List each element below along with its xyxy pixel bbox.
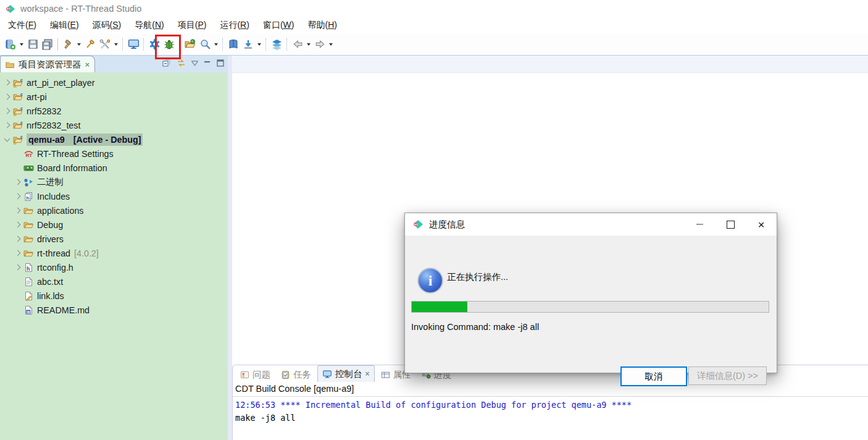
search-icon[interactable] [198,36,212,53]
explorer-header: 项目资源管理器 × [0,56,228,73]
forward-dropdown-icon[interactable] [329,43,333,46]
tab-tasks[interactable]: 任务 [277,367,315,382]
tree-item-board-information[interactable]: Board Information [0,161,228,175]
tree-item-nrf52832[interactable]: c nrf52832 [0,104,228,118]
menu-project[interactable]: 项目(P) [171,19,214,32]
menu-window[interactable]: 窗口(W) [256,19,301,32]
chevron-right-icon[interactable] [15,264,21,271]
tab-project-explorer[interactable]: 项目资源管理器 × [0,56,95,72]
view-menu-icon[interactable] [191,61,198,66]
folder-icon [23,248,34,258]
dialog-status-text: Invoking Command: make -j8 all [411,322,539,332]
c-project-folder-warning-icon: c [13,106,23,116]
version-badge: [4.0.2] [74,248,99,258]
chevron-down-icon[interactable] [4,135,10,142]
dialog-close-button[interactable]: × [746,213,777,235]
close-icon[interactable]: × [365,370,370,378]
tab-console[interactable]: 控制台 × [317,365,375,382]
close-icon[interactable]: × [85,60,90,69]
svg-text:RT: RT [7,7,10,11]
minimize-icon[interactable] [204,60,211,67]
back-arrow-icon[interactable] [290,36,305,53]
tree-item-applications[interactable]: applications [0,203,228,218]
new-wizard-dropdown-icon[interactable] [20,43,23,46]
dialog-maximize-button[interactable] [715,213,746,235]
menu-edit[interactable]: 编辑(E) [43,19,86,32]
chevron-right-icon[interactable] [15,179,21,185]
sdk-layers-icon[interactable] [269,36,284,53]
tree-item-art_pi_net_player[interactable]: c art_pi_net_player [0,75,228,90]
build-dropdown-icon[interactable] [77,43,81,46]
menu-file[interactable]: 文件(F) [1,19,43,32]
tools-dropdown-icon[interactable] [114,43,118,46]
menu-source[interactable]: 源码(S) [86,19,128,32]
collapse-all-icon[interactable] [162,59,171,67]
tree-item-art-pi[interactable]: c art-pi [0,90,228,104]
menu-bar: 文件(F) 编辑(E) 源码(S) 导航(N) 项目(P) 运行(R) 窗口(W… [0,17,868,33]
chevron-right-icon[interactable] [15,236,21,242]
chevron-right-icon[interactable] [4,80,10,86]
chevron-right-icon[interactable] [4,122,10,129]
terminal-monitor-icon[interactable] [126,36,141,53]
tree-item-qemu-a9[interactable]: c qemu-a9 [Active - Debug] [0,132,228,146]
rt-thread-logo-icon: RT [412,219,424,230]
tasks-icon [281,370,290,379]
build-hammer-icon[interactable] [61,36,75,53]
menu-navigate[interactable]: 导航(N) [128,19,170,32]
dialog-minimize-button[interactable] [684,213,715,235]
pin-nail-icon[interactable] [83,36,98,53]
tree-item-rt-thread[interactable]: rt-thread [4.0.2] [0,246,228,260]
c-project-folder-icon: c [13,92,23,102]
link-with-editor-icon[interactable] [177,59,186,67]
chevron-right-icon[interactable] [15,193,21,200]
open-resource-folder-icon[interactable] [183,36,198,53]
help-book-icon[interactable] [226,36,241,53]
svg-text:RT: RT [414,223,418,226]
menu-run[interactable]: 运行(R) [213,19,256,32]
tree-item-readme-md[interactable]: w README.md [0,303,228,317]
dialog-title-bar[interactable]: RT 进度信息 × [405,213,777,235]
svg-text:c: c [20,92,23,96]
chevron-right-icon[interactable] [15,222,21,228]
chevron-right-icon[interactable] [4,108,10,114]
download-icon[interactable] [241,36,256,53]
toolbar-separator [122,38,123,51]
tree-item-rtconfig-h[interactable]: h rtconfig.h [0,260,228,274]
tree-item-link-lds[interactable]: link.lds [0,289,228,303]
search-dropdown-icon[interactable] [214,43,218,46]
info-icon: i [417,268,443,294]
chevron-right-icon[interactable] [4,94,10,100]
panel-splitter[interactable] [228,56,232,440]
toolbar-separator [143,38,144,51]
menu-help[interactable]: 帮助(H) [301,19,343,32]
tree-item-rt-thread-settings[interactable]: RT RT-Thread Settings [0,146,228,161]
tree-item-abc-txt[interactable]: abc.txt [0,274,228,289]
tree-item-binaries[interactable]: 二进制 [0,175,228,189]
chevron-right-icon[interactable] [15,208,21,214]
tree-item-debug[interactable]: Debug [0,218,228,232]
tree-item-nrf52832_test[interactable]: c nrf52832_test [0,118,228,132]
back-dropdown-icon[interactable] [307,43,311,46]
rt-thread-settings-icon: RT [23,149,34,159]
tools-wrench-icon[interactable] [98,36,112,53]
svg-text:w: w [27,309,31,313]
tab-problems[interactable]: 问题 [236,367,275,382]
h-file-icon: h [23,263,34,273]
tree-item-drivers[interactable]: drivers [0,232,228,246]
cancel-button[interactable]: 取消 [620,366,687,386]
preferences-gear-icon[interactable] [147,36,162,53]
maximize-icon[interactable] [217,59,224,67]
tree-item-includes[interactable]: h Includes [0,189,228,203]
debug-bug-icon[interactable] [162,36,177,53]
chevron-right-icon[interactable] [15,250,21,256]
download-dropdown-icon[interactable] [257,43,261,46]
forward-arrow-icon[interactable] [312,36,327,53]
folder-icon [23,206,34,216]
svg-text:c: c [20,135,23,139]
save-all-icon[interactable] [40,36,55,53]
explorer-folder-icon [6,60,15,69]
save-icon[interactable] [25,36,40,53]
new-wizard-icon[interactable] [3,36,18,53]
console-output[interactable]: 12:56:53 **** Incremental Build of confi… [233,397,868,426]
svg-text:c: c [20,121,23,125]
